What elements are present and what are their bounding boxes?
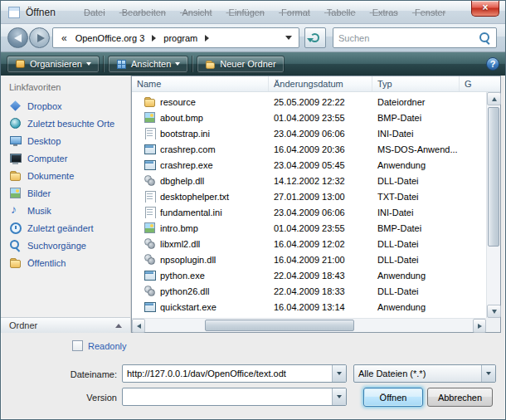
- help-button[interactable]: ?: [486, 57, 499, 71]
- file-row[interactable]: crashrep.com 16.04.2009 20:36 MS-DOS-Anw…: [132, 141, 486, 157]
- file-type: Dateiordner: [372, 97, 460, 107]
- scroll-up-button[interactable]: [487, 92, 501, 105]
- recent-places-icon: [9, 117, 22, 129]
- file-type-icon: [144, 285, 156, 297]
- file-type: DLL-Datei: [372, 286, 460, 296]
- filename-dropdown-button[interactable]: [332, 365, 346, 382]
- file-row[interactable]: desktophelper.txt 27.01.2009 13:00 TXT-D…: [132, 188, 486, 204]
- column-header-type[interactable]: Typ: [372, 76, 460, 91]
- close-button[interactable]: ×: [471, 1, 499, 17]
- file-row[interactable]: resource 25.05.2009 22:22 Dateiordner: [132, 94, 486, 110]
- search-icon[interactable]: [479, 32, 491, 44]
- search-input[interactable]: [338, 33, 479, 43]
- column-header-name[interactable]: Name: [132, 76, 269, 91]
- version-select[interactable]: [122, 388, 347, 406]
- breadcrumb-overflow-button[interactable]: «: [56, 32, 72, 44]
- breadcrumb[interactable]: « OpenOffice.org 3 program: [52, 27, 299, 48]
- sidebar-item-recent-places[interactable]: Zuletzt besuchte Orte: [1, 115, 130, 132]
- filetype-dropdown-button[interactable]: [481, 365, 495, 382]
- new-folder-label: Neuer Ordner: [220, 59, 275, 69]
- file-name: python26.dll: [160, 286, 209, 296]
- file-row[interactable]: fundamental.ini 23.04.2009 06:06 INI-Dat…: [132, 204, 486, 220]
- dropbox-icon: [9, 100, 22, 112]
- file-row[interactable]: python26.dll 22.04.2009 18:33 DLL-Datei: [132, 283, 486, 299]
- forward-button[interactable]: [29, 27, 50, 48]
- triangle-left-icon: [137, 324, 141, 329]
- breadcrumb-separator-icon[interactable]: [205, 35, 209, 42]
- scroll-left-button[interactable]: [132, 319, 145, 333]
- version-dropdown-button[interactable]: [332, 388, 346, 405]
- titlebar[interactable]: Öffnen Datei Bearbeiten Ansicht Einfügen…: [1, 1, 505, 24]
- file-row[interactable]: dbghelp.dll 14.12.2002 12:32 DLL-Datei: [132, 173, 486, 188]
- chevron-up-icon: [115, 324, 122, 328]
- cancel-button[interactable]: Abbrechen: [427, 388, 493, 407]
- search-box[interactable]: [333, 27, 497, 48]
- scroll-down-button[interactable]: [487, 305, 501, 318]
- file-row[interactable]: about.bmp 01.04.2009 23:55 BMP-Datei: [132, 110, 486, 125]
- organize-button[interactable]: Organisieren: [7, 56, 100, 73]
- sidebar-item-label: Dokumente: [27, 171, 74, 181]
- file-row[interactable]: npsoplugin.dll 16.04.2009 21:00 DLL-Date…: [132, 252, 486, 267]
- breadcrumb-separator-icon[interactable]: [152, 35, 156, 42]
- back-button[interactable]: [7, 27, 28, 48]
- file-row[interactable]: python.exe 22.04.2009 18:43 Anwendung: [132, 267, 486, 283]
- filename-combobox[interactable]: [122, 364, 347, 383]
- toolbar-separator: [103, 56, 105, 72]
- sidebar-item-dropbox[interactable]: Dropbox: [1, 97, 130, 115]
- file-name: about.bmp: [160, 113, 203, 123]
- horizontal-scrollbar[interactable]: [132, 318, 486, 332]
- new-folder-button[interactable]: Neuer Ordner: [197, 56, 284, 73]
- file-date: 16.04.2009 21:00: [269, 255, 372, 265]
- file-name: libxml2.dll: [160, 239, 200, 249]
- sidebar-item-music[interactable]: Musik: [1, 202, 130, 219]
- file-type: DLL-Datei: [372, 176, 460, 186]
- file-type-icon: [144, 143, 156, 155]
- back-arrow-icon: [14, 34, 22, 42]
- refresh-button[interactable]: [304, 27, 326, 48]
- file-type: DLL-Datei: [372, 255, 460, 265]
- file-row[interactable]: libxml2.dll 16.04.2009 12:02 DLL-Datei: [132, 236, 486, 252]
- open-button[interactable]: Öffnen: [363, 388, 423, 407]
- sidebar-item-label: Suchvorgänge: [27, 241, 86, 251]
- command-toolbar: Organisieren Ansichten Neuer Ordner ?: [1, 52, 505, 76]
- column-header-size[interactable]: G: [460, 76, 500, 91]
- file-row[interactable]: bootstrap.ini 23.04.2009 06:06 INI-Datei: [132, 125, 486, 141]
- views-button[interactable]: Ansichten: [108, 56, 188, 73]
- sidebar-item-desktop[interactable]: Desktop: [1, 132, 130, 149]
- vertical-scrollbar[interactable]: [486, 92, 500, 318]
- file-rows: resource 25.05.2009 22:22 Dateiordner ab…: [132, 92, 486, 318]
- column-header-date[interactable]: Änderungsdatum: [269, 76, 372, 91]
- breadcrumb-item-openoffice[interactable]: OpenOffice.org 3: [72, 33, 148, 43]
- sidebar-item-public[interactable]: Öffentlich: [1, 254, 130, 271]
- sidebar-item-pictures[interactable]: Bilder: [1, 184, 130, 202]
- breadcrumb-dropdown-icon[interactable]: [285, 36, 292, 40]
- background-menu-item: Extras: [372, 7, 398, 17]
- file-row[interactable]: crashrep.exe 23.04.2009 05:45 Anwendung: [132, 157, 486, 173]
- file-name: resource: [160, 97, 196, 107]
- file-row[interactable]: intro.bmp 01.04.2009 23:55 BMP-Datei: [132, 220, 486, 236]
- sidebar-item-searches[interactable]: Suchvorgänge: [1, 237, 130, 254]
- folders-expander[interactable]: Ordner: [1, 317, 130, 333]
- sidebar-item-recent-changed[interactable]: Zuletzt geändert: [1, 219, 130, 237]
- breadcrumb-item-program[interactable]: program: [160, 33, 201, 43]
- file-date: 25.05.2009 22:22: [269, 97, 372, 107]
- navigation-bar: « OpenOffice.org 3 program: [1, 24, 505, 52]
- horizontal-scroll-thumb[interactable]: [205, 320, 354, 331]
- scroll-right-button[interactable]: [473, 319, 486, 333]
- file-date: 16.04.2009 20:36: [269, 144, 372, 154]
- organize-label: Organisieren: [30, 59, 82, 69]
- readonly-checkbox[interactable]: [72, 340, 83, 351]
- filetype-select[interactable]: Alle Dateien (*.*): [353, 364, 496, 383]
- file-type: BMP-Datei: [372, 113, 460, 123]
- filetype-value: Alle Dateien (*.*): [354, 369, 481, 378]
- file-name: desktophelper.txt: [160, 192, 229, 202]
- file-type: DLL-Datei: [372, 239, 460, 249]
- background-menu-item: Tabelle: [327, 7, 356, 17]
- file-row[interactable]: quickstart.exe 16.04.2009 13:14 Anwendun…: [132, 299, 486, 315]
- views-icon: [116, 59, 127, 70]
- vertical-scroll-thumb[interactable]: [488, 107, 499, 247]
- filename-input[interactable]: [123, 369, 332, 378]
- file-name: fundamental.ini: [160, 208, 222, 217]
- sidebar-item-documents[interactable]: Dokumente: [1, 167, 130, 184]
- sidebar-item-computer[interactable]: Computer: [1, 149, 130, 167]
